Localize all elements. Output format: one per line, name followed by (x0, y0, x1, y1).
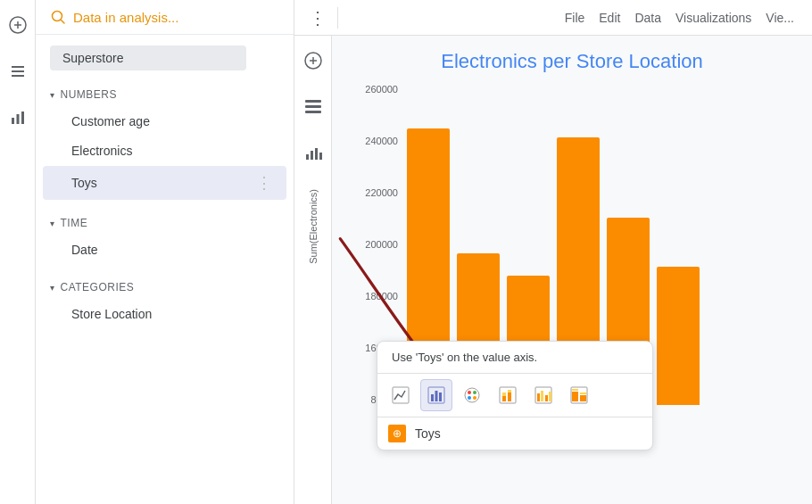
categories-header[interactable]: ▾ CATEGORIES (36, 276, 294, 299)
svg-rect-1 (12, 66, 24, 68)
toolbar-divider (337, 7, 338, 29)
tooltip-box: Use 'Toys' on the value axis. (377, 341, 653, 450)
item-toys[interactable]: Toys ⋮ (43, 166, 286, 200)
tooltip-icons-row (377, 374, 652, 417)
svg-rect-3 (12, 75, 24, 77)
numbers-section: ▾ NUMBERS Customer age Electronics Toys … (36, 78, 294, 206)
item-electronics[interactable]: Electronics (43, 136, 286, 165)
tooltip-line-chart-btn[interactable] (385, 379, 417, 411)
left-panel-main: Data in analysis... Superstore ▾ NUMBERS… (36, 0, 294, 504)
add-item-icon: ⊕ (393, 427, 402, 440)
svg-point-24 (468, 396, 471, 400)
y-label-4: 200000 (365, 239, 398, 250)
search-placeholder[interactable]: Data in analysis... (73, 10, 178, 25)
tooltip-multi-bar-btn[interactable] (563, 379, 595, 411)
y-label-2: 240000 (365, 136, 398, 146)
svg-rect-29 (508, 392, 511, 401)
item-date[interactable]: Date (43, 235, 286, 264)
menu-icon[interactable] (4, 57, 32, 86)
tooltip-item-row: ⊕ Toys (377, 417, 652, 450)
tooltip-stacked-bar-btn[interactable] (492, 379, 524, 411)
bar-6[interactable] (657, 267, 700, 405)
svg-rect-11 (305, 111, 321, 113)
axis-label: Sum(Electronics) (308, 186, 319, 268)
datasource-label[interactable]: Superstore (50, 45, 246, 70)
svg-rect-33 (541, 391, 543, 401)
svg-rect-30 (508, 390, 511, 392)
svg-rect-38 (580, 395, 586, 401)
svg-rect-15 (319, 153, 322, 160)
drag-handle: ⋮ (256, 173, 272, 193)
chart-type-icon[interactable] (299, 139, 327, 168)
svg-rect-39 (572, 389, 578, 391)
y-label-1: 260000 (365, 84, 398, 95)
categories-label: CATEGORIES (61, 281, 135, 293)
toolbar-data[interactable]: Data (627, 7, 668, 29)
svg-rect-19 (435, 391, 438, 401)
right-panel: ⋮ File Edit Data Visualizations Vie... (294, 0, 812, 504)
svg-rect-5 (16, 114, 19, 124)
svg-rect-34 (545, 395, 548, 401)
svg-rect-2 (12, 70, 24, 72)
svg-point-21 (465, 388, 479, 402)
numbers-chevron: ▾ (50, 90, 55, 100)
svg-rect-35 (549, 392, 551, 401)
tooltip-message: Use 'Toys' on the value axis. (377, 342, 652, 374)
toolbar-view[interactable]: Vie... (758, 7, 801, 29)
svg-rect-12 (306, 154, 309, 160)
svg-point-7 (53, 12, 62, 21)
categories-section: ▾ CATEGORIES Store Location (36, 270, 294, 335)
svg-point-23 (473, 391, 476, 394)
add-button[interactable] (4, 11, 32, 39)
svg-rect-37 (572, 392, 578, 401)
left-icon-column (0, 0, 36, 504)
time-label: TIME (61, 217, 88, 229)
chart-icon[interactable] (4, 103, 32, 132)
svg-rect-6 (21, 112, 24, 124)
svg-rect-40 (580, 392, 586, 394)
search-icon (50, 9, 66, 25)
tooltip-color-palette-btn[interactable] (456, 379, 488, 411)
tooltip-grouped-bar-btn[interactable] (527, 379, 559, 411)
svg-rect-13 (311, 151, 313, 160)
svg-rect-28 (502, 392, 506, 396)
time-section: ▾ TIME Date (36, 206, 294, 270)
y-label-5: 180000 (365, 291, 398, 302)
svg-rect-10 (305, 105, 321, 108)
datasource-block: Superstore (36, 35, 294, 78)
numbers-label: NUMBERS (61, 88, 118, 101)
toolbar-file[interactable]: File (558, 7, 592, 29)
tooltip-item-icon: ⊕ (388, 425, 406, 442)
tooltip-container: Use 'Toys' on the value axis. (377, 341, 653, 450)
right-toolbar: ⋮ File Edit Data Visualizations Vie... (294, 0, 812, 36)
numbers-header[interactable]: ▾ NUMBERS (36, 83, 294, 106)
time-chevron: ▾ (50, 219, 55, 228)
svg-rect-27 (502, 396, 506, 401)
item-store-location[interactable]: Store Location (43, 300, 286, 328)
svg-rect-4 (12, 118, 14, 124)
bar-group-6[interactable] (657, 267, 700, 405)
svg-rect-14 (315, 148, 318, 160)
categories-chevron: ▾ (50, 283, 55, 293)
item-customer-age[interactable]: Customer age (43, 107, 286, 136)
chart-area: Electronics per Store Location 260000 24… (332, 36, 812, 504)
tooltip-bar-chart-btn[interactable] (420, 379, 452, 411)
search-bar: Data in analysis... (36, 0, 294, 35)
svg-rect-18 (431, 394, 434, 401)
time-header[interactable]: ▾ TIME (36, 211, 294, 235)
svg-point-22 (468, 391, 471, 394)
side-icon-strip: Sum(Electronics) (294, 36, 332, 504)
svg-rect-16 (393, 387, 409, 403)
svg-rect-32 (537, 393, 540, 401)
svg-point-25 (473, 396, 476, 400)
toolbar-visualizations[interactable]: Visualizations (668, 7, 758, 29)
left-panel: Data in analysis... Superstore ▾ NUMBERS… (0, 0, 294, 504)
toolbar-edit[interactable]: Edit (592, 7, 627, 29)
add-viz-button[interactable] (299, 46, 327, 75)
y-label-3: 220000 (365, 187, 398, 198)
svg-rect-20 (439, 392, 442, 401)
properties-icon[interactable] (299, 93, 327, 121)
svg-rect-9 (305, 100, 321, 103)
chart-title: Electronics per Store Location (353, 50, 791, 73)
three-dot-menu[interactable]: ⋮ (305, 4, 330, 32)
